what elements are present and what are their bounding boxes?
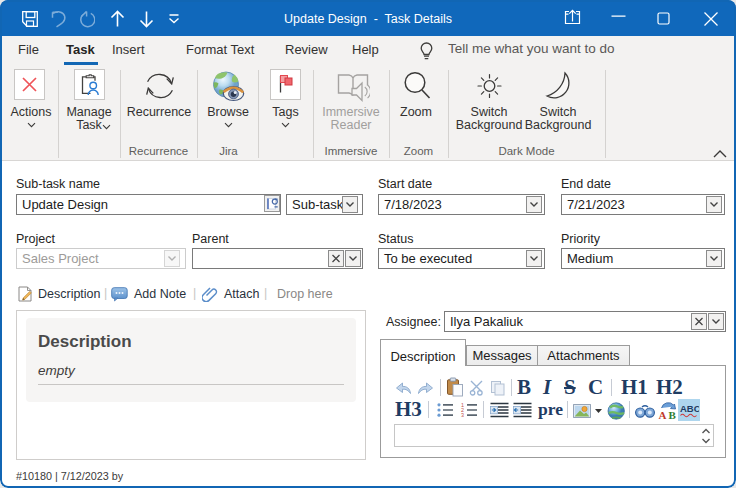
svg-text:A: A: [659, 409, 667, 420]
svg-text:B: B: [669, 409, 677, 420]
svg-text:ABC: ABC: [680, 403, 699, 414]
svg-text:3: 3: [461, 412, 464, 418]
